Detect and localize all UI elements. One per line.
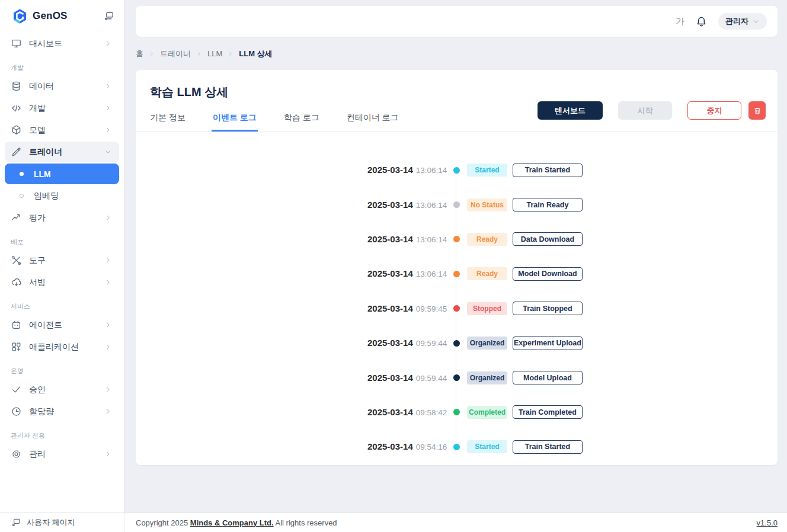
delete-button[interactable] (748, 101, 766, 120)
timeline-date: 2025-03-14 (367, 200, 413, 210)
sidebar-item-tools[interactable]: 도구 (5, 250, 119, 271)
breadcrumb-home[interactable]: 홈 (136, 49, 143, 59)
breadcrumb-current: LLM 상세 (239, 49, 272, 59)
timeline-time: 09:54:16 (416, 443, 447, 451)
tab-train-log[interactable]: 학습 로그 (283, 106, 321, 132)
page-title: 학습 LLM 상세 (136, 70, 778, 100)
sidebar-item-approval[interactable]: 승인 (5, 379, 119, 400)
sidebar-item-label: 트레이너 (29, 147, 62, 158)
database-icon (11, 81, 22, 92)
sidebar-item-data[interactable]: 데이터 (5, 76, 119, 97)
start-button[interactable]: 시작 (618, 101, 672, 120)
breadcrumb-llm[interactable]: LLM (207, 49, 222, 58)
tab-basic-info[interactable]: 기본 정보 (149, 106, 187, 132)
logo-row: GenOS (0, 0, 124, 28)
timeline-datetime: 2025-03-1413:06:14 (367, 165, 446, 175)
chevron-right-icon (104, 321, 112, 329)
timeline-datetime: 2025-03-1409:59:44 (367, 338, 446, 348)
chevron-right-icon (104, 343, 112, 351)
timeline-datetime: 2025-03-1409:59:44 (367, 373, 446, 383)
chevron-right-icon (104, 82, 112, 90)
timeline-time: 09:59:45 (416, 305, 447, 313)
chevron-right-icon (104, 214, 112, 222)
sidebar-item-agent[interactable]: 에이전트 (5, 315, 119, 335)
timeline-dot (453, 236, 460, 242)
timeline-date: 2025-03-14 (367, 234, 413, 244)
chevron-right-icon (104, 40, 112, 47)
timeline-datetime: 2025-03-1409:58:42 (367, 407, 446, 418)
timeline-time: 13:06:14 (416, 235, 447, 244)
section-label: 배포 (0, 238, 124, 249)
event-label: Experiment Upload (513, 336, 583, 350)
chevron-right-icon (104, 257, 112, 264)
profile-menu[interactable]: 관리자 (718, 13, 767, 30)
sidebar-item-trainer[interactable]: 트레이너 (5, 142, 119, 162)
main-area: 가 관리자 홈 트레이너 LLM LLM 상세 학습 LLM 상세 기본 정보 … (125, 0, 787, 512)
sidebar: GenOS 대시보드 개발 데이터 개발 모델 (0, 0, 124, 512)
timeline-time: 13:06:14 (416, 166, 447, 175)
timeline-entry: 2025-03-1413:06:14 No Status Train Ready (367, 187, 593, 222)
chevron-right-icon (104, 386, 112, 393)
chevron-down-icon (104, 148, 112, 156)
dot-filled-icon (20, 172, 24, 176)
timeline-dot (453, 201, 460, 208)
breadcrumb-trainer[interactable]: 트레이너 (160, 49, 191, 59)
panel-collapse-icon[interactable] (103, 9, 116, 23)
sidebar-item-evaluation[interactable]: 평가 (5, 207, 119, 228)
sidebar-item-label: 임베딩 (34, 191, 59, 201)
status-badge: Stopped (467, 302, 507, 315)
timeline-dot (453, 374, 460, 381)
language-button[interactable]: 가 (676, 16, 684, 27)
sidebar-item-label: 애플리케이션 (29, 342, 79, 352)
timeline-datetime: 2025-03-1409:59:45 (367, 303, 446, 314)
chevron-right-icon (104, 278, 112, 286)
user-page-link[interactable]: 사용자 페이지 (0, 513, 124, 532)
sidebar-item-application[interactable]: 애플리케이션 (5, 336, 119, 357)
timeline-entry: 2025-03-1409:58:42 Completed Train Compl… (367, 395, 593, 430)
status-badge: No Status (467, 198, 507, 211)
sidebar-item-dashboard[interactable]: 대시보드 (5, 33, 119, 54)
event-label: Data Download (513, 232, 583, 246)
cube-icon (11, 124, 22, 136)
event-label: Model Upload (513, 371, 583, 384)
timeline-entry: 2025-03-1409:59:45 Stopped Train Stopped (367, 291, 593, 326)
trash-icon (753, 106, 762, 116)
timeline-entry: 2025-03-1413:06:14 Ready Model Download (367, 257, 593, 291)
status-badge: Ready (467, 267, 507, 280)
agent-icon (11, 319, 22, 331)
chevron-right-icon (104, 450, 112, 458)
clock-icon (11, 406, 22, 417)
sidebar-item-develop[interactable]: 개발 (5, 98, 119, 118)
timeline-dot (453, 271, 460, 277)
timeline-time: 13:06:14 (416, 270, 447, 278)
sidebar-item-embedding[interactable]: 임베딩 (5, 185, 119, 206)
footer-main: Copyright 2025 Minds & Company Ltd. All … (124, 513, 787, 532)
bell-icon[interactable] (695, 15, 708, 28)
status-badge: Completed (467, 406, 507, 419)
timeline-dot (453, 409, 460, 415)
topbar: 가 관리자 (136, 6, 778, 37)
sidebar-item-label: 평가 (29, 213, 46, 223)
company-link[interactable]: Minds & Company Ltd. (190, 518, 274, 527)
share-chat-icon (11, 517, 21, 528)
sidebar-item-serving[interactable]: 서빙 (5, 272, 119, 293)
sidebar-item-model[interactable]: 모델 (5, 120, 119, 140)
tensorboard-button[interactable]: 텐서보드 (538, 101, 603, 120)
check-icon (11, 384, 22, 395)
sidebar-item-llm[interactable]: LLM (5, 164, 119, 184)
event-label: Train Ready (513, 198, 583, 211)
tab-event-log[interactable]: 이벤트 로그 (212, 106, 258, 132)
section-label: 관리자 전용 (0, 431, 124, 443)
sidebar-nav: 대시보드 개발 데이터 개발 모델 트레이너 LLM (0, 28, 124, 512)
app-name: GenOS (33, 10, 68, 22)
version-link[interactable]: v1.5.0 (757, 518, 778, 527)
timeline-time: 09:58:42 (416, 408, 447, 417)
timeline-time: 09:59:44 (416, 374, 447, 383)
timeline-entry: 2025-03-1413:06:14 Started Train Started (367, 153, 593, 187)
pencil-icon (11, 146, 22, 158)
sidebar-item-quota[interactable]: 할당량 (5, 401, 119, 422)
chevron-right-icon (104, 104, 112, 112)
stop-button[interactable]: 중지 (687, 101, 741, 120)
sidebar-item-admin[interactable]: 관리 (5, 444, 119, 464)
chevron-right-icon (149, 51, 155, 57)
